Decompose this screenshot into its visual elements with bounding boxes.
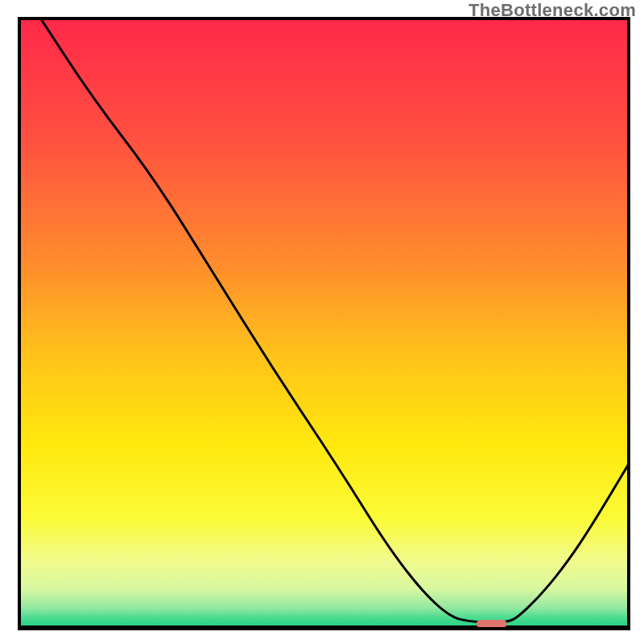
chart-container: { "watermark": "TheBottleneck.com", "cha… <box>0 0 644 644</box>
plot-background <box>19 19 629 629</box>
bottleneck-chart <box>0 0 644 644</box>
watermark-text: TheBottleneck.com <box>469 0 636 21</box>
optimal-marker <box>477 620 507 628</box>
